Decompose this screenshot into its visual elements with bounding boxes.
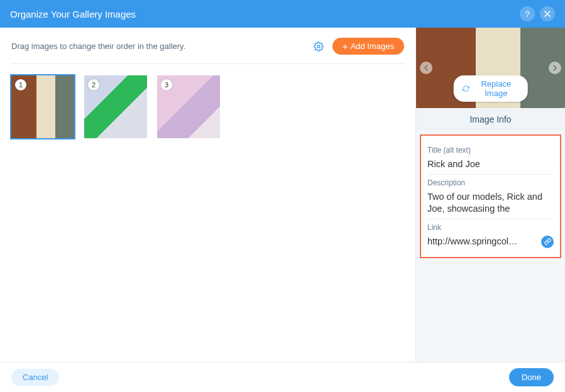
dialog-header: Organize Your Gallery Images ? [0, 0, 565, 28]
image-info-fields: Title (alt text) Rick and Joe Descriptio… [420, 134, 561, 258]
close-button[interactable] [540, 6, 555, 21]
replace-image-button[interactable]: Replace Image [453, 75, 528, 102]
title-label: Title (alt text) [427, 146, 554, 155]
gear-icon [314, 41, 324, 52]
chevron-left-icon [424, 65, 429, 71]
link-value: http://www.springcol… [427, 236, 537, 248]
dialog-footer: Cancel Done [0, 362, 565, 392]
description-value: Two of our models, Rick and Joe, showcas… [427, 191, 554, 215]
help-button[interactable]: ? [520, 6, 535, 21]
image-info-panel: Replace Image Image Info Title (alt text… [416, 28, 565, 362]
image-preview: Replace Image [416, 28, 565, 108]
svg-point-0 [317, 45, 320, 48]
link-settings-button[interactable] [541, 236, 554, 248]
title-field[interactable]: Title (alt text) Rick and Joe [427, 142, 554, 174]
thumbnail-number: 2 [88, 79, 99, 90]
thumbnail-number: 1 [15, 79, 26, 90]
dialog-title: Organize Your Gallery Images [10, 9, 515, 19]
chevron-right-icon [552, 65, 557, 71]
gallery-toolbar: Drag images to change their order in the… [11, 38, 404, 64]
refresh-icon [462, 84, 469, 93]
help-icon: ? [525, 9, 529, 19]
description-field[interactable]: Description Two of our models, Rick and … [427, 174, 554, 219]
thumbnail-grid: 1 2 3 [11, 64, 404, 138]
link-label: Link [427, 223, 554, 232]
image-info-header: Image Info [416, 108, 565, 131]
thumbnail[interactable]: 3 [157, 75, 220, 138]
plus-icon: + [343, 41, 348, 51]
done-button[interactable]: Done [509, 368, 554, 386]
replace-image-label: Replace Image [473, 79, 519, 98]
link-field[interactable]: Link http://www.springcol… [427, 219, 554, 252]
cancel-button[interactable]: Cancel [11, 369, 59, 386]
add-images-button[interactable]: + Add Images [332, 38, 404, 55]
gallery-panel: Drag images to change their order in the… [0, 28, 416, 362]
next-image-button[interactable] [549, 62, 561, 74]
thumbnail[interactable]: 1 [11, 75, 74, 138]
title-value: Rick and Joe [427, 158, 554, 170]
close-icon [544, 11, 551, 17]
description-label: Description [427, 178, 554, 187]
thumbnail[interactable]: 2 [84, 75, 147, 138]
dialog-body: Drag images to change their order in the… [0, 28, 565, 362]
instructions-text: Drag images to change their order in the… [11, 41, 312, 51]
add-images-label: Add Images [351, 41, 394, 51]
thumbnail-number: 3 [161, 79, 172, 90]
link-icon [544, 238, 551, 245]
settings-button[interactable] [312, 40, 325, 53]
prev-image-button[interactable] [420, 62, 432, 74]
